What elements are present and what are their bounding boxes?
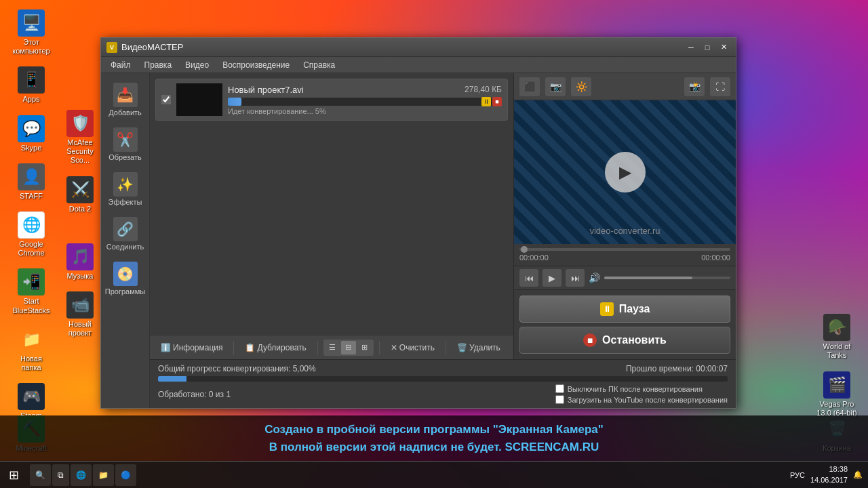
- checkbox-shutdown[interactable]: [555, 384, 564, 393]
- rp-btn-screenshot[interactable]: 📷: [545, 77, 566, 96]
- desktop-icon-chrome[interactable]: 🌐 Google Chrome: [7, 209, 56, 260]
- title-bar[interactable]: V ВидеоМАСТЕР ─ □ ✕: [101, 38, 736, 57]
- delete-button[interactable]: 🗑️ Удалить: [452, 341, 506, 354]
- window-controls: ─ □ ✕: [684, 42, 730, 53]
- play-pause-button[interactable]: ▶: [542, 269, 561, 287]
- watermark-line2: В полной версии этой надписи не будет. S…: [0, 439, 868, 456]
- sidebar-btn-cut[interactable]: ✂️ Обрезать: [104, 123, 147, 165]
- clear-button[interactable]: ✕ Очистить: [385, 341, 440, 354]
- status-bottom-row: Обработано: 0 из 1 Выключить ПК после ко…: [158, 384, 728, 404]
- rewind-button[interactable]: ⏮: [519, 269, 538, 287]
- notification-icon[interactable]: 🔔: [853, 470, 863, 479]
- stop-convert-button[interactable]: ⏹ Остановить: [519, 327, 730, 354]
- volume-slider[interactable]: [604, 277, 730, 279]
- info-button[interactable]: ℹ️ Информация: [155, 341, 228, 354]
- desktop-icon-world-of-tanks[interactable]: 🪖 World of Tanks: [812, 311, 861, 363]
- clear-icon: ✕: [391, 343, 397, 352]
- app-icon: V: [106, 42, 117, 53]
- desktop-icon-staff[interactable]: 👤 STAFF: [7, 161, 56, 203]
- stop-label: Остановить: [602, 334, 667, 346]
- menu-help[interactable]: Справка: [296, 59, 342, 71]
- minimize-button[interactable]: ─: [684, 42, 698, 53]
- skype-label: Skype: [21, 144, 42, 152]
- timeline-bar[interactable]: [519, 248, 730, 251]
- taskbar-item-explorer[interactable]: 📁: [93, 464, 114, 486]
- sidebar-btn-add[interactable]: 📥 Добавить: [104, 79, 147, 121]
- right-panel: ⬛ 📷 🔆 📸 ⛶ ▶ video-converte: [513, 73, 736, 359]
- timeline-times: 00:00:00 00:00:00: [519, 253, 730, 262]
- taskbar-item-browser[interactable]: 🔵: [115, 464, 136, 486]
- vegas-pro-icon: 🎬: [823, 371, 850, 399]
- checkbox-youtube-label: Загрузить на YouTube после конвертирован…: [568, 396, 728, 404]
- close-button[interactable]: ✕: [717, 42, 730, 53]
- fast-forward-button[interactable]: ⏭: [566, 269, 585, 287]
- app-window: V ВидеоМАСТЕР ─ □ ✕ Файл Правка Видео Во…: [100, 37, 736, 409]
- desktop-icons-col2: 🛡️ McAfee Security Sco... ⚔️ Dota 2 🎵 Му…: [56, 7, 104, 340]
- clear-label: Очистить: [399, 343, 435, 352]
- bluestacks-label: Start BlueStacks: [9, 297, 53, 314]
- desktop-icon-music[interactable]: 🎵 Музыка: [56, 241, 104, 283]
- desktop-icon-vegas-pro[interactable]: 🎬 Vegas Pro 13.0 (64-bit): [812, 369, 861, 420]
- chrome-icon: 🌐: [18, 211, 45, 239]
- maximize-button[interactable]: □: [701, 42, 714, 53]
- new-project-icon: 📹: [66, 291, 94, 319]
- menu-bar: Файл Правка Видео Воспроизведение Справк…: [101, 57, 736, 73]
- progress-controls: ⏸ ■: [481, 97, 502, 106]
- mcafee-label: McAfee Security Sco...: [58, 138, 102, 165]
- processed-text: Обработано: 0 из 1: [158, 390, 231, 399]
- volume-icon[interactable]: 🔊: [589, 272, 600, 283]
- sidebar-btn-effects[interactable]: ✨ Эффекты: [104, 168, 147, 210]
- rp-btn-camera[interactable]: 📸: [684, 77, 705, 96]
- pause-icon: ⏸: [600, 302, 614, 316]
- sidebar: 📥 Добавить ✂️ Обрезать ✨ Эффекты 🔗 Соеди…: [101, 73, 150, 408]
- duplicate-button[interactable]: 📋 Дублировать: [239, 341, 311, 354]
- taskbar-item-chrome[interactable]: 🌐: [71, 464, 92, 486]
- volume-fill: [604, 277, 692, 279]
- file-progress-fill: [228, 98, 241, 106]
- sidebar-btn-merge[interactable]: 🔗 Соединить: [104, 213, 147, 255]
- view-toggle-btn[interactable]: ⊟: [341, 341, 356, 354]
- desktop-icon-skype[interactable]: 💬 Skype: [7, 113, 56, 155]
- time-end: 00:00:00: [701, 253, 730, 262]
- stop-icon: ⏹: [583, 333, 597, 347]
- desktop-icon-new-project[interactable]: 📹 Новый проект: [56, 289, 104, 340]
- cut-icon: ✂️: [113, 127, 138, 152]
- effects-icon: ✨: [113, 172, 138, 197]
- menu-file[interactable]: Файл: [104, 59, 138, 71]
- play-button[interactable]: ▶: [605, 152, 646, 192]
- desktop-icon-dota2[interactable]: ⚔️ Dota 2: [56, 174, 104, 216]
- menu-playback[interactable]: Воспроизведение: [216, 59, 296, 71]
- menu-video[interactable]: Видео: [178, 59, 216, 71]
- timeline-thumb[interactable]: [521, 246, 528, 253]
- rp-btn-crop[interactable]: ⬛: [519, 77, 540, 96]
- rp-btn-adjust[interactable]: 🔆: [571, 77, 591, 96]
- my-computer-icon: 🖥️: [18, 9, 45, 37]
- start-button[interactable]: ⊞: [0, 462, 27, 489]
- taskbar-item-search[interactable]: 🔍: [30, 464, 51, 486]
- bluestacks-icon: 📲: [18, 268, 45, 296]
- programs-icon: 📀: [113, 262, 138, 286]
- file-checkbox[interactable]: [161, 95, 171, 104]
- desktop-icon-new-folder[interactable]: 📁 Новая папка: [7, 323, 56, 375]
- file-status: Идет конвертирование... 5%: [228, 107, 502, 115]
- desktop-icon-apps[interactable]: 📱 Apps: [7, 64, 56, 106]
- desktop-icon-mcafee[interactable]: 🛡️ McAfee Security Sco...: [56, 107, 104, 168]
- view-list-btn[interactable]: ☰: [325, 341, 340, 354]
- file-pause-button[interactable]: ⏸: [481, 97, 491, 106]
- video-preview: ▶ video-converter.ru: [514, 100, 736, 244]
- taskbar-item-taskview[interactable]: ⧉: [52, 464, 69, 486]
- rp-btn-fullscreen[interactable]: ⛶: [710, 77, 730, 96]
- file-stop-button[interactable]: ■: [492, 97, 502, 106]
- desktop-icon-bluestacks[interactable]: 📲 Start BlueStacks: [7, 266, 56, 317]
- sidebar-btn-programs[interactable]: 📀 Программы: [104, 258, 147, 300]
- action-buttons: ⏸ Пауза ⏹ Остановить: [514, 289, 736, 359]
- pause-convert-button[interactable]: ⏸ Пауза: [519, 296, 730, 323]
- checkbox-youtube[interactable]: [555, 395, 564, 404]
- app-body: 📥 Добавить ✂️ Обрезать ✨ Эффекты 🔗 Соеди…: [101, 73, 736, 408]
- add-icon: 📥: [113, 83, 138, 107]
- dota2-icon: ⚔️: [66, 176, 94, 203]
- view-grid-btn[interactable]: ⊞: [357, 341, 372, 354]
- taskbar-items: 🔍 ⧉ 🌐 📁 🔵: [27, 464, 785, 486]
- desktop-icon-my-computer[interactable]: 🖥️ Этот компьютер: [7, 7, 56, 58]
- menu-edit[interactable]: Правка: [138, 59, 179, 71]
